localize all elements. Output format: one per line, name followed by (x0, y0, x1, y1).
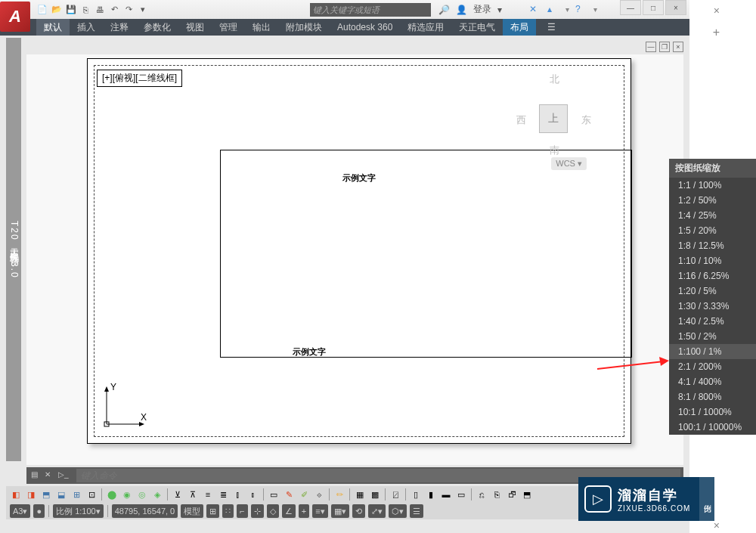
tab-annotate[interactable]: 注释 (103, 19, 136, 36)
scale-item[interactable]: 10:1 / 1000% (669, 404, 756, 420)
compass-south[interactable]: 南 (550, 144, 559, 157)
tab-insert[interactable]: 插入 (70, 19, 103, 36)
tab-autodesk360[interactable]: Autodesk 360 (330, 19, 400, 36)
doc-minimize-button[interactable]: — (646, 42, 656, 52)
tab-add-icon[interactable]: + (713, 26, 720, 39)
search-input[interactable]: 键入关键字或短语 (310, 3, 431, 17)
favorite-icon[interactable]: ▴ (547, 4, 559, 16)
viewport-label[interactable]: [+][俯视][二维线框] (97, 70, 182, 87)
help-icon[interactable]: ? (575, 4, 587, 16)
tool-icon[interactable]: ✐ (297, 488, 311, 501)
grid-toggle-icon[interactable]: ⊞ (206, 504, 219, 518)
transparency-icon[interactable]: ▦▾ (331, 504, 349, 518)
lineweight-icon[interactable]: ≡▾ (312, 504, 327, 518)
scale-item[interactable]: 1:5 / 20% (669, 223, 756, 238)
tool-icon[interactable]: ⊡ (85, 488, 98, 501)
viewcube[interactable]: 北 南 西 东 上 (513, 73, 593, 163)
scale-item[interactable]: 8:1 / 800% (669, 389, 756, 404)
scale-item[interactable]: 1:20 / 5% (669, 284, 756, 299)
tool-icon[interactable]: ⍁ (389, 488, 402, 501)
dropdown-icon[interactable]: ▾ (565, 5, 569, 14)
dropdown-icon[interactable]: ▾ (593, 5, 597, 14)
tool-icon[interactable]: ▩ (368, 488, 382, 501)
scale-item[interactable]: 2:1 / 200% (669, 359, 756, 374)
scale-item[interactable]: 1:4 / 25% (669, 208, 756, 223)
ribbon-expand-icon[interactable]: ☰ (544, 22, 559, 33)
tool-icon[interactable]: ✏ (333, 488, 346, 501)
scale-item[interactable]: 1:100 / 1% (669, 344, 756, 359)
tool-icon[interactable]: ≡ (201, 488, 215, 501)
tab-default[interactable]: 默认 (36, 19, 70, 36)
tracking-icon[interactable]: ∠ (282, 504, 296, 518)
scale-item[interactable]: 4:1 / 400% (669, 374, 756, 389)
doc-restore-button[interactable]: ❐ (659, 42, 670, 52)
viewcube-top-face[interactable]: 上 (539, 104, 568, 133)
command-history-icon[interactable]: ▤ (31, 470, 42, 481)
drawing-canvas[interactable]: [+][俯视][二维线框] 示例文字 示例文字 Y X 北 南 西 (26, 54, 683, 465)
ucs-icon[interactable]: Y X (103, 383, 148, 428)
tool-icon[interactable]: ◧ (9, 488, 23, 501)
tool-icon[interactable]: ◎ (135, 488, 149, 501)
polar-toggle-icon[interactable]: ⊹ (251, 504, 264, 518)
command-close-icon[interactable]: ✕ (45, 470, 55, 481)
tool-icon[interactable]: ⎘ (490, 488, 503, 501)
annotation-scale-icon[interactable]: ⤢▾ (368, 504, 386, 518)
tool-icon[interactable]: ✎ (282, 488, 296, 501)
tab-output[interactable]: 输出 (245, 19, 278, 36)
open-icon[interactable]: 📂 (51, 4, 63, 16)
tool-icon[interactable]: ≣ (216, 488, 230, 501)
minimize-button[interactable]: — (620, 0, 641, 15)
snap-toggle-icon[interactable]: ∷ (222, 504, 234, 518)
tab-featured[interactable]: 精选应用 (400, 19, 451, 36)
space-toggle[interactable]: 模型 (181, 504, 203, 518)
undo-icon[interactable]: ↶ (108, 4, 120, 16)
print-icon[interactable]: 🖶 (94, 4, 106, 16)
tool-icon[interactable]: ⊞ (70, 488, 83, 501)
wcs-badge[interactable]: WCS ▾ (551, 157, 587, 170)
status-dot[interactable]: ● (33, 504, 45, 518)
osnap-toggle-icon[interactable]: ◇ (267, 504, 279, 518)
tool-icon[interactable]: ◨ (24, 488, 38, 501)
doc-close-button[interactable]: × (673, 42, 683, 52)
exchange-icon[interactable]: ✕ (529, 4, 541, 16)
scale-item[interactable]: 1:50 / 2% (669, 329, 756, 344)
scale-item[interactable]: 1:30 / 3.33% (669, 299, 756, 314)
scale-item[interactable]: 1:8 / 12.5% (669, 238, 756, 253)
tab-addins[interactable]: 附加模块 (278, 19, 330, 36)
workspace-icon[interactable]: ⬡▾ (389, 504, 407, 518)
scale-item[interactable]: 1:2 / 50% (669, 193, 756, 208)
tab-manage[interactable]: 管理 (212, 19, 245, 36)
tool-icon[interactable]: ⊻ (171, 488, 184, 501)
compass-west[interactable]: 西 (516, 113, 526, 127)
scale-display[interactable]: 比例 1:100 ▾ (53, 504, 104, 518)
tab-parametric[interactable]: 参数化 (136, 19, 178, 36)
tab-view[interactable]: 视图 (178, 19, 212, 36)
tool-icon[interactable]: ◈ (150, 488, 164, 501)
tool-icon[interactable]: ⟐ (312, 488, 326, 501)
tab-layout[interactable]: 布局 (503, 19, 536, 36)
dyn-input-icon[interactable]: + (299, 504, 309, 518)
scale-item[interactable]: 1:10 / 10% (669, 253, 756, 268)
maximize-button[interactable]: □ (643, 0, 664, 15)
tool-icon[interactable]: ⬤ (105, 488, 119, 501)
close-button[interactable]: × (665, 0, 686, 15)
compass-east[interactable]: 东 (581, 113, 591, 127)
tool-icon[interactable]: ⬒ (520, 488, 534, 501)
redo-icon[interactable]: ↷ (122, 4, 135, 16)
tab-tianzheng[interactable]: 天正电气 (451, 19, 503, 36)
tool-icon[interactable]: ⬒ (39, 488, 53, 501)
scale-item[interactable]: 100:1 / 10000% (669, 420, 756, 435)
tool-icon[interactable]: 🗗 (505, 488, 519, 501)
login-dropdown-icon[interactable]: ▾ (497, 5, 502, 15)
scale-item[interactable]: 1:16 / 6.25% (669, 268, 756, 284)
binoculars-icon[interactable]: 🔎 (438, 5, 450, 15)
customize-icon[interactable]: ☰ (410, 504, 423, 518)
tool-icon[interactable]: ⊼ (186, 488, 200, 501)
tool-icon[interactable]: ▭ (267, 488, 280, 501)
save-icon[interactable]: 💾 (65, 4, 77, 16)
scale-item[interactable]: 1:1 / 100% (669, 178, 756, 193)
tool-icon[interactable]: ⫾ (246, 488, 260, 501)
tool-icon[interactable]: ⫿ (231, 488, 245, 501)
new-icon[interactable]: 📄 (36, 4, 48, 16)
tab-close-icon[interactable]: × (714, 519, 720, 531)
